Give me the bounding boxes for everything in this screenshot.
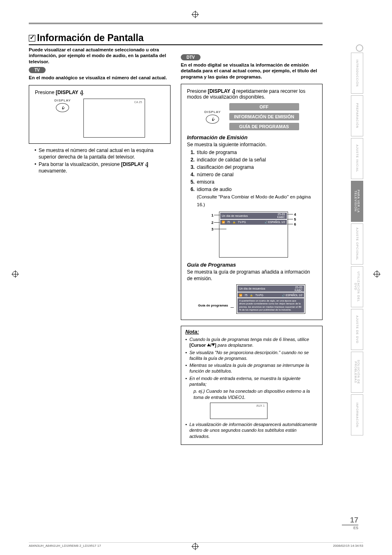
crop-mark-icon bbox=[12, 271, 18, 277]
list-item: indicador de calidad de la señal bbox=[196, 156, 316, 164]
tab-informacion[interactable]: INFORMACIÓN bbox=[351, 394, 363, 435]
lock-icon bbox=[233, 221, 235, 223]
info-icon: 𝓲 bbox=[206, 115, 219, 124]
step-prefix: Presione bbox=[35, 90, 56, 95]
guide-screen: Un día de recuerdos 25-03 KABC 75 bbox=[236, 284, 305, 314]
callout-1: 1 bbox=[212, 213, 214, 217]
osd-audio: ESPAÑOL 1/2 bbox=[268, 221, 285, 223]
tv-mode-badge: TV bbox=[29, 67, 46, 73]
callout-5: 5 bbox=[294, 217, 296, 221]
arrow-up-icon bbox=[207, 343, 210, 346]
list-item: Se muestra el número del canal actual en… bbox=[35, 147, 171, 160]
tv-step-instruction: Presione [DISPLAY 𝓲]. bbox=[35, 90, 164, 95]
tab-para-ver-tv[interactable]: PARA VER LA TELEVISIÓN bbox=[351, 181, 363, 222]
note-title: Nota: bbox=[185, 329, 318, 335]
program-guide-heading: Guía de Programas bbox=[187, 262, 316, 268]
speaker-icon bbox=[282, 294, 285, 297]
list-item: clasificación del programa bbox=[196, 164, 316, 171]
dtv-step-instruction: Presione [DISPLAY 𝓲] repetidamente para … bbox=[187, 88, 316, 100]
guide-side-label-text: Guía de programas bbox=[198, 304, 228, 307]
osd-diagram: 1 2 3 4 5 6 Un día bbox=[207, 212, 297, 258]
list-item: número de canal bbox=[196, 171, 316, 178]
footer-right: 2008/02/15 14:34:53 bbox=[333, 544, 363, 548]
display-remote-button: DISPLAY 𝓲 bbox=[54, 99, 71, 112]
list-item: idioma de audio(Consulte "Para Combiar e… bbox=[196, 186, 316, 208]
display-caption: DISPLAY bbox=[54, 99, 71, 102]
signal-icon bbox=[239, 294, 242, 297]
display-caption: DISPLAY bbox=[204, 110, 221, 114]
lock-icon bbox=[250, 294, 253, 297]
display-button-label: [DISPLAY 𝓲] bbox=[208, 88, 235, 94]
guide-text: A quarterHace un cuarto de siglo, en una… bbox=[238, 298, 304, 313]
audio-ref: (Consulte "Para Combiar el Modo de Audio… bbox=[197, 194, 311, 207]
side-nav-tabs: INTRODUCCIÓN PREPARACIÓN AJUSTE INICIAL … bbox=[351, 45, 363, 435]
list-item: emisora bbox=[196, 178, 316, 186]
footer-left: A84N3UH_A84N1UH_LD195EM8 2_LD19517 17 bbox=[29, 544, 101, 548]
section-title-text: Información de Pantalla bbox=[37, 32, 143, 43]
page-lang: ES bbox=[342, 525, 358, 530]
tab-introduccion[interactable]: INTRODUCCIÓN bbox=[351, 53, 363, 94]
print-footer: A84N3UH_A84N1UH_LD195EM8 2_LD19517 17 20… bbox=[29, 542, 363, 548]
tab-ajuste-dvd[interactable]: AJUSTE DE DVD bbox=[351, 309, 363, 350]
tv-screen-illustration: CA 25 bbox=[83, 99, 145, 138]
guide-side-label: Guía de programas bbox=[198, 304, 228, 308]
mode-broadcast-info: INFORMACIÓN DE EMISIÓN bbox=[229, 113, 299, 120]
osd-signal: 75 bbox=[244, 294, 247, 297]
list-item: Cuando la guía de programas tenga más de… bbox=[185, 336, 318, 348]
tab-preparacion[interactable]: PREPARACIÓN bbox=[351, 95, 363, 136]
dtv-step-box: Presione [DISPLAY 𝓲] repetidamente para … bbox=[181, 84, 323, 320]
mode-off: OFF bbox=[229, 103, 299, 111]
info-icon: 𝓲 bbox=[56, 103, 69, 112]
osd-channel: 25-03 bbox=[295, 286, 302, 289]
dtv-mode-badge: DTV bbox=[181, 54, 201, 60]
callout-2: 2 bbox=[212, 221, 214, 225]
list-item: En el modo de entrada externa, se muestr… bbox=[185, 375, 318, 387]
note-box: Nota: Cuando la guía de programas tenga … bbox=[181, 326, 323, 445]
arrow-down-icon bbox=[212, 343, 215, 346]
tab-solucion-problemas[interactable]: SOLUCIÓN DE PROBLEMAS bbox=[351, 352, 363, 393]
tab-ajuste-opcional[interactable]: AJUSTE OPCIONAL bbox=[351, 223, 363, 265]
section-title: Información de Pantalla bbox=[29, 32, 323, 45]
page-number: 17 ES bbox=[342, 516, 358, 530]
checkbox-icon bbox=[29, 35, 35, 41]
broadcast-info-heading: Información de Emisión bbox=[187, 134, 316, 140]
broadcast-info-intro: Se muestra la siguiente información. bbox=[187, 141, 316, 148]
channel-indicator: CA 25 bbox=[134, 101, 142, 104]
dtv-mode-description: En el modo digital se visualiza la infor… bbox=[181, 62, 323, 80]
list-item: Mientras se visualiza la guía de program… bbox=[185, 362, 318, 374]
osd-title: Un día de recuerdos bbox=[222, 214, 248, 217]
display-button-label: [DISPLAY 𝓲] bbox=[56, 90, 83, 95]
aux-label: AUX 1 bbox=[256, 404, 265, 407]
osd-audio: ESPAÑOL 1/2 bbox=[286, 294, 302, 297]
crop-mark-icon bbox=[374, 271, 380, 277]
signal-icon bbox=[222, 221, 225, 223]
osd-channel: 25-03 bbox=[278, 213, 285, 216]
osd-signal: 75 bbox=[227, 221, 230, 223]
section-intro: Puede visualizar el canal actualmente se… bbox=[29, 47, 171, 64]
osd-rating: TV-PG bbox=[255, 294, 263, 297]
osd-title: Un día de recuerdos bbox=[239, 287, 265, 290]
page-number-value: 17 bbox=[342, 516, 358, 525]
display-remote-button: DISPLAY 𝓲 bbox=[204, 110, 221, 124]
osd-station: KABC bbox=[295, 289, 302, 292]
tab-utilizacion-dvd[interactable]: UTILIZACIÓN DEL DVD bbox=[351, 266, 363, 307]
tab-ajuste-inicial[interactable]: AJUSTE INICIAL bbox=[351, 138, 363, 179]
callout-4: 4 bbox=[294, 212, 296, 216]
tv-notes-list: Se muestra el número del canal actual en… bbox=[29, 147, 171, 175]
tv-mode-description: En el modo analógico se visualiza el núm… bbox=[29, 75, 171, 81]
callout-6: 6 bbox=[294, 222, 296, 226]
list-item: título de programa bbox=[196, 149, 316, 156]
callout-3: 3 bbox=[212, 227, 214, 231]
speaker-icon bbox=[265, 221, 267, 223]
section-divider bbox=[29, 23, 323, 24]
mode-program-guide: GUÍA DE PROGRAMAS bbox=[229, 123, 299, 130]
broadcast-info-list: título de programa indicador de calidad … bbox=[187, 149, 316, 208]
tv-step-box: Presione [DISPLAY 𝓲]. DISPLAY 𝓲 CA 25 bbox=[29, 85, 171, 144]
osd-station: KABC bbox=[277, 216, 285, 219]
step-prefix: Presione bbox=[187, 88, 208, 94]
step-suffix: . bbox=[83, 90, 84, 95]
list-item: La visualización de información desapare… bbox=[185, 421, 318, 439]
tab-connector-icon bbox=[356, 44, 363, 52]
program-guide-intro: Se muestra la guía de programas añadida … bbox=[187, 269, 316, 282]
aux-screen: AUX 1 bbox=[210, 403, 267, 419]
